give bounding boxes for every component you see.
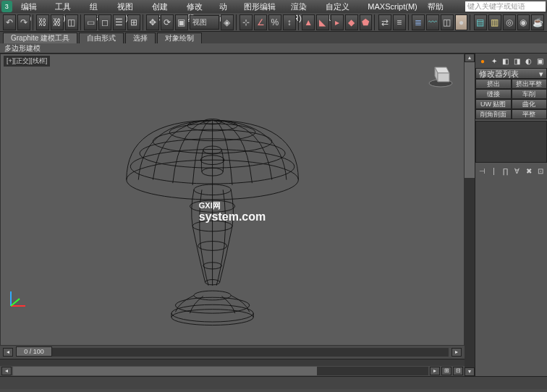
quick-render-button[interactable]: ☕: [531, 14, 544, 30]
mod-extrude-button[interactable]: 挤出: [475, 79, 512, 89]
track-btn-1[interactable]: ⊞: [441, 367, 451, 375]
ribbon-tab-paint[interactable]: 对象绘制: [157, 33, 202, 43]
named-sel-2-button[interactable]: ◣: [316, 14, 329, 30]
spinner-snap-button[interactable]: ↕: [283, 14, 296, 30]
coord-button[interactable]: ◈: [221, 14, 234, 30]
select-region-button[interactable]: ◻: [98, 14, 111, 30]
menu-group[interactable]: 组(G): [85, 1, 112, 12]
mod-extrude-flat-button[interactable]: 挤出平整: [512, 79, 548, 89]
menu-modifiers[interactable]: 修改器: [182, 1, 213, 12]
ribbon-tab-select[interactable]: 选择: [125, 33, 156, 43]
axis-gizmo-icon: [7, 289, 28, 310]
modifier-list-header[interactable]: 修改器列表 ▾: [475, 68, 547, 79]
mod-lathe-button[interactable]: 车削: [512, 89, 548, 99]
render-last-button[interactable]: ◉: [517, 14, 530, 30]
timeline: ◂ 0 / 100 ▸: [0, 346, 465, 359]
named-sel-4-button[interactable]: ◆: [345, 14, 358, 30]
viewcube[interactable]: [426, 60, 455, 89]
timeline-next-button[interactable]: ▸: [451, 348, 462, 357]
vscroll-track[interactable]: [465, 62, 475, 367]
render-setup-button[interactable]: ▤: [474, 14, 487, 30]
curve-editor-button[interactable]: 〰: [426, 14, 439, 30]
render-button[interactable]: ◎: [503, 14, 516, 30]
hscroll-left-button[interactable]: ◂: [1, 367, 12, 375]
time-slider[interactable]: 0 / 100: [16, 348, 449, 357]
angle-snap-button[interactable]: ∠: [254, 14, 267, 30]
ribbon-panel-label[interactable]: 多边形建模: [0, 43, 547, 54]
stack-toolbar: ⊣ | ∏ ∀ ✖ ⊡: [475, 164, 547, 178]
view-dropdown[interactable]: 视图: [190, 15, 219, 30]
snap-button[interactable]: ⊹: [239, 14, 253, 30]
mirror-button[interactable]: ⇄: [378, 14, 391, 30]
hscroll-right-button[interactable]: ▸: [430, 367, 440, 375]
frame-ruler[interactable]: [0, 359, 465, 366]
mod-chamfer-button[interactable]: 削角剖面: [475, 109, 512, 119]
undo-button[interactable]: ↶: [3, 14, 16, 30]
ribbon-tabs: Graphite 建模工具 自由形式 选择 对象绘制: [0, 32, 547, 43]
named-sel-button[interactable]: ▲: [302, 14, 315, 30]
material-button[interactable]: ●: [455, 14, 468, 30]
named-sel-3-button[interactable]: ▸: [331, 14, 344, 30]
rotate-button[interactable]: ⟳: [161, 14, 174, 30]
command-panel: ● ✦ ◧ ◨ ◐ ▣ 修改器列表 ▾ 挤出 挤出平整 缝接 车削 UW 贴图 …: [475, 54, 547, 376]
track-btn-2[interactable]: ⊟: [453, 367, 463, 375]
menu-custom[interactable]: 自定义(U): [321, 1, 362, 12]
align-button[interactable]: ≡: [393, 14, 406, 30]
modifier-stack[interactable]: [475, 121, 547, 163]
named-sel-5-button[interactable]: ⬟: [360, 14, 373, 30]
menu-maxscript[interactable]: MAXScript(M): [363, 1, 421, 12]
select-window-button[interactable]: ⊞: [127, 14, 140, 30]
menu-edit[interactable]: 编辑(E): [17, 1, 50, 12]
ribbon-tab-graphite[interactable]: Graphite 建模工具: [3, 33, 77, 43]
move-button[interactable]: ✥: [146, 14, 159, 30]
menu-tools[interactable]: 工具(T): [51, 1, 83, 12]
cmd-tab-modify-icon[interactable]: ◧: [501, 56, 511, 66]
bind-button[interactable]: ◫: [65, 14, 78, 30]
cmd-tab-display-icon[interactable]: ▣: [535, 56, 545, 66]
menu-create[interactable]: 创建(C): [148, 1, 181, 12]
mod-stitch-button[interactable]: 缝接: [475, 89, 512, 99]
vscroll-down-button[interactable]: ▾: [465, 367, 475, 376]
redo-button[interactable]: ↷: [17, 14, 30, 30]
app-icon[interactable]: 3: [1, 1, 12, 12]
scale-button[interactable]: ▣: [175, 14, 188, 30]
schematic-button[interactable]: ◫: [441, 14, 454, 30]
svg-marker-23: [438, 73, 449, 82]
render-frame-button[interactable]: ▥: [488, 14, 501, 30]
cmd-tab-hierarchy-icon[interactable]: ◨: [512, 56, 522, 66]
svg-point-19: [171, 310, 253, 325]
viewport[interactable]: [+][正交][线框]: [0, 54, 465, 346]
menu-animation[interactable]: 动画: [215, 1, 238, 12]
percent-snap-button[interactable]: %: [268, 14, 281, 30]
timeline-prev-button[interactable]: ◂: [3, 348, 13, 357]
menu-view[interactable]: 视图(V): [113, 1, 146, 12]
workspace: [+][正交][线框]: [0, 54, 547, 376]
layer-button[interactable]: ≣: [412, 14, 425, 30]
time-handle[interactable]: 0 / 100: [16, 346, 52, 357]
ribbon-tab-freeform[interactable]: 自由形式: [79, 33, 124, 43]
chevron-down-icon: ▾: [539, 69, 543, 79]
menu-help[interactable]: 帮助(H): [423, 1, 457, 12]
unlink-button[interactable]: ⛓̸: [51, 14, 64, 30]
search-input[interactable]: 键入关键字或短语: [465, 1, 546, 12]
hscroll-track[interactable]: [13, 367, 428, 375]
stack-remove-icon[interactable]: ✖: [524, 166, 533, 176]
stack-show-icon[interactable]: ∏: [501, 166, 510, 176]
stack-config-icon[interactable]: ⊡: [535, 166, 545, 176]
cmd-tab-motion-icon[interactable]: ◐: [523, 56, 533, 66]
stack-pin-icon[interactable]: ⊣: [478, 166, 487, 176]
pin-icon[interactable]: ●: [478, 56, 488, 66]
select-button[interactable]: ▭: [84, 14, 97, 30]
vscroll-up-button[interactable]: ▴: [465, 54, 475, 62]
cmd-tab-create-icon[interactable]: ✦: [489, 56, 499, 66]
mod-flatten-button[interactable]: 平整: [512, 109, 548, 119]
vscroll-thumb[interactable]: [465, 62, 475, 178]
hscroll-thumb[interactable]: [13, 367, 317, 375]
menu-render[interactable]: 渲染(R): [287, 1, 320, 12]
mod-bend-button[interactable]: 曲化: [512, 99, 548, 109]
select-name-button[interactable]: ☰: [113, 14, 126, 30]
stack-unique-icon[interactable]: ∀: [512, 166, 522, 176]
link-button[interactable]: ⛓: [36, 14, 49, 30]
mod-uwmap-button[interactable]: UW 贴图: [475, 99, 512, 109]
menu-graph[interactable]: 图形编辑器: [239, 1, 285, 12]
